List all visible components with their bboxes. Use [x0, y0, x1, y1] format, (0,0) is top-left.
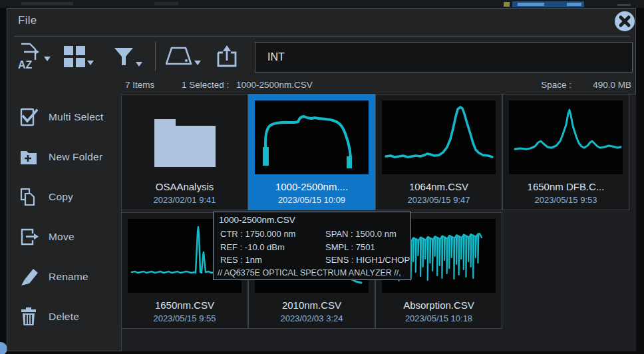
rename-icon	[19, 267, 38, 286]
selected-label: 1 Selected :	[182, 80, 229, 90]
file-tile-1650nm-dfb-c[interactable]: 1650nm DFB.C...2023/05/15 9:53	[502, 94, 629, 210]
view-button[interactable]	[64, 46, 94, 70]
tooltip-param: SENS : HIGH1/CHOP	[325, 255, 410, 265]
svg-text:AZ: AZ	[18, 59, 33, 71]
file-name: 2010nm.CSV	[249, 299, 375, 311]
sort-button[interactable]: AZ	[15, 42, 51, 74]
dialog-title: File	[18, 14, 37, 27]
title-divider	[14, 36, 630, 37]
spectrum-thumbnail-dfb	[509, 100, 623, 174]
delete-icon	[19, 307, 38, 326]
chevron-down-icon	[136, 62, 142, 67]
sidebar-item-label: Multi Select	[49, 111, 104, 123]
drive-icon	[166, 46, 192, 70]
folder-thumbnail	[122, 101, 247, 181]
background-warning-icon	[504, 2, 510, 7]
spectrum-thumbnail-broadband	[255, 100, 369, 174]
filter-button[interactable]	[114, 47, 142, 70]
file-tile-osaanalysis[interactable]: OSAAnalysis2023/02/01 9:41	[121, 94, 248, 210]
tooltip-param: SMPL : 7501	[325, 242, 375, 252]
sidebar-item-label: New Folder	[49, 151, 102, 163]
screen: File AZ 7 Items 1 Selected : 1000-2500nm…	[0, 0, 644, 354]
selected-file: 1000-2500nm.CSV	[236, 80, 313, 90]
toolbar-separator	[155, 42, 156, 71]
file-export-icon	[216, 43, 238, 71]
file-name: 1000-2500nm....	[249, 181, 375, 192]
chevron-down-icon	[87, 61, 94, 65]
background-app-sliver	[0, 0, 644, 8]
file-date: 2023/02/01 9:41	[122, 195, 247, 205]
sidebar-item-move[interactable]: Move	[7, 226, 120, 248]
tooltip-filename: 1000-2500nm.CSV	[219, 215, 295, 225]
chevron-down-icon	[194, 61, 201, 65]
tooltip-row: REF : -10.0 dBm SMPL : 7501	[214, 242, 412, 255]
file-date: 2023/05/15 10:09	[249, 195, 375, 205]
sidebar-item-label: Delete	[49, 311, 79, 323]
move-icon	[19, 228, 38, 246]
file-name: OSAAnalysis	[122, 181, 247, 192]
sidebar-item-rename[interactable]: Rename	[7, 266, 120, 288]
close-button[interactable]	[615, 11, 635, 31]
tooltip-row: RES : 1nm SENS : HIGH1/CHOP	[214, 255, 412, 267]
sidebar-item-label: Rename	[49, 271, 88, 283]
file-name: 1064nm.CSV	[376, 181, 502, 192]
file-date: 2023/05/15 9:47	[376, 195, 502, 205]
file-tile-1064nm-csv[interactable]: 1064nm.CSV2023/05/15 9:47	[375, 94, 502, 210]
items-count: 7 Items	[125, 80, 154, 90]
filter-icon	[114, 47, 134, 70]
folder-icon	[154, 115, 216, 167]
export-button[interactable]	[216, 43, 238, 71]
sort-az-icon: AZ	[15, 42, 42, 74]
status-bar: 7 Items 1 Selected : 1000-2500nm.CSV Spa…	[7, 78, 637, 94]
file-date: 2023/05/15 9:55	[122, 313, 247, 323]
file-date: 2023/05/15 10:18	[376, 313, 502, 323]
tooltip-param: CTR : 1750.000 nm	[220, 229, 295, 239]
grid-view-icon	[64, 46, 85, 70]
space-label: Space :	[541, 80, 571, 90]
tooltip-param: RES : 1nm	[220, 255, 262, 265]
multi-select-icon	[19, 108, 38, 126]
sidebar-item-multi-select[interactable]: Multi Select	[7, 106, 120, 128]
sidebar-item-label: Copy	[49, 191, 73, 203]
file-date: 2023/02/03 3:24	[249, 313, 375, 323]
tooltip-param: REF : -10.0 dBm	[220, 242, 285, 252]
sidebar-item-copy[interactable]: Copy	[7, 186, 120, 208]
path-input[interactable]	[255, 42, 633, 73]
new-folder-icon	[19, 148, 38, 166]
close-icon	[615, 11, 635, 31]
file-date: 2023/05/15 9:53	[503, 195, 629, 205]
space-value: 490.0 MB	[593, 80, 631, 90]
file-dialog: File AZ 7 Items 1 Selected : 1000-2500nm…	[7, 8, 636, 351]
file-name: 1650nm.CSV	[122, 299, 247, 311]
spectrum-thumbnail-peak1064	[382, 100, 496, 174]
file-info-tooltip: 1000-2500nm.CSV CTR : 1750.000 nm SPAN :…	[213, 212, 411, 280]
tooltip-footer: // AQ6375E OPTICAL SPECTRUM ANALYZER //,	[218, 268, 401, 277]
file-tile-1000-2500nm[interactable]: 1000-2500nm....2023/05/15 10:09	[248, 94, 375, 210]
chevron-down-icon	[44, 57, 51, 61]
copy-icon	[19, 188, 38, 206]
file-name: Absorption.CSV	[376, 299, 502, 311]
sidebar-item-label: Move	[49, 231, 75, 243]
sidebar-item-delete[interactable]: Delete	[7, 305, 120, 328]
tooltip-row: CTR : 1750.000 nm SPAN : 1500.0 nm	[214, 229, 412, 242]
file-name: 1650nm DFB.C...	[503, 181, 629, 192]
drive-button[interactable]	[166, 46, 201, 70]
tooltip-param: SPAN : 1500.0 nm	[325, 229, 397, 239]
sidebar-item-new-folder[interactable]: New Folder	[7, 146, 120, 168]
